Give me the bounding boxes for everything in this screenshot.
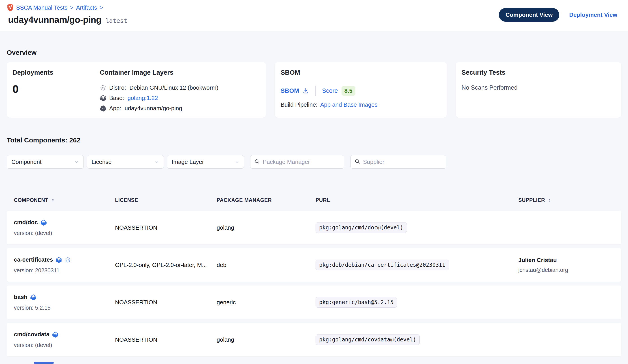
sbom-download-link[interactable]: SBOM bbox=[281, 87, 299, 94]
table-row[interactable]: ca-certificates version: 20230311 GPL-2.… bbox=[7, 248, 621, 282]
table-row[interactable]: cmd/doc version: (devel) NOASSERTION gol… bbox=[7, 211, 621, 244]
build-pipeline-link[interactable]: App and Base Images bbox=[320, 101, 378, 108]
overview-section-title: Overview bbox=[7, 49, 621, 56]
chevron-down-icon bbox=[74, 159, 79, 165]
license-cell: GPL-2.0-only, GPL-2.0-or-later, M... bbox=[115, 262, 217, 269]
column-header-license: LICENSE bbox=[115, 197, 217, 203]
ssca-shield-logo-icon bbox=[7, 3, 14, 12]
sbom-score-label: Score bbox=[322, 87, 338, 94]
component-filter-dropdown[interactable]: Component bbox=[7, 155, 84, 169]
layers-base-icon bbox=[100, 95, 106, 101]
component-cell: ca-certificates version: 20230311 bbox=[14, 256, 115, 274]
breadcrumb-separator: > bbox=[99, 4, 104, 11]
column-header-purl: PURL bbox=[315, 197, 518, 203]
deployments-and-layers-card: Deployments 0 Container Image Layers Dis… bbox=[7, 62, 266, 118]
page-header: SSCA Manual Tests > Artifacts > uday4vun… bbox=[0, 0, 628, 31]
layer-label-distro: Distro: bbox=[109, 84, 126, 91]
column-header-package-manager: PACKAGE MANAGER bbox=[217, 197, 315, 203]
table-row[interactable]: cmd/covdata version: (devel) NOASSERTION… bbox=[7, 323, 621, 356]
build-pipeline-label: Build Pipeline: bbox=[281, 101, 317, 108]
purl-cell: pkg:golang/cmd/covdata@(devel) bbox=[315, 334, 518, 345]
deployment-view-button[interactable]: Deployment View bbox=[569, 11, 617, 18]
sbom-score-badge: 8.5 bbox=[341, 86, 355, 96]
purl-chip[interactable]: pkg:deb/debian/ca-certificates@20230311 bbox=[315, 260, 449, 270]
column-header-component[interactable]: COMPONENT bbox=[14, 197, 115, 203]
dropdown-value: Component bbox=[11, 159, 41, 166]
component-cell: cmd/covdata version: (devel) bbox=[14, 331, 115, 348]
supplier-cell: Julien Cristau jcristau@debian.org bbox=[518, 257, 621, 273]
filters-bar: Component License Image Layer bbox=[7, 155, 621, 169]
column-header-supplier[interactable]: SUPPLIER bbox=[518, 197, 621, 203]
horizontal-scrollbar-thumb[interactable] bbox=[34, 362, 54, 364]
image-layer-filter-dropdown[interactable]: Image Layer bbox=[167, 155, 244, 169]
sbom-card: SBOM SBOM Score 8.5 Build Pipeline: App … bbox=[275, 62, 447, 118]
component-version: version: 20230311 bbox=[14, 267, 115, 274]
supplier-name: Julien Cristau bbox=[518, 257, 621, 264]
chevron-down-icon bbox=[154, 159, 159, 165]
license-cell: NOASSERTION bbox=[115, 299, 217, 306]
supplier-search[interactable] bbox=[350, 155, 446, 169]
purl-chip[interactable]: pkg:generic/bash@5.2.15 bbox=[315, 297, 397, 308]
layers-app-icon bbox=[100, 105, 106, 112]
component-name: cmd/doc bbox=[14, 219, 38, 226]
component-cell: bash version: 5.2.15 bbox=[14, 294, 115, 311]
security-tests-status: No Scans Performed bbox=[462, 84, 616, 91]
purl-cell: pkg:deb/debian/ca-certificates@20230311 bbox=[315, 260, 518, 270]
sort-icon[interactable] bbox=[547, 198, 552, 203]
component-version: version: (devel) bbox=[14, 342, 115, 348]
breadcrumb-link-artifacts[interactable]: Artifacts bbox=[76, 4, 97, 11]
license-cell: NOASSERTION bbox=[115, 336, 217, 343]
component-name: cmd/covdata bbox=[14, 331, 49, 338]
purl-cell: pkg:golang/cmd/doc@(devel) bbox=[315, 222, 518, 233]
package-manager-cell: golang bbox=[217, 336, 315, 343]
component-version: version: 5.2.15 bbox=[14, 304, 115, 311]
main-content: Overview Deployments 0 Container Image L… bbox=[0, 49, 628, 356]
components-table: cmd/doc version: (devel) NOASSERTION gol… bbox=[7, 211, 621, 356]
chevron-down-icon bbox=[234, 159, 240, 165]
dropdown-value: Image Layer bbox=[172, 159, 204, 166]
layer-label-base: Base: bbox=[109, 95, 124, 101]
package-manager-cell: golang bbox=[217, 224, 315, 231]
package-manager-cell: deb bbox=[217, 262, 315, 269]
license-cell: NOASSERTION bbox=[115, 224, 217, 231]
package-manager-cell: generic bbox=[217, 299, 315, 306]
layer-row-app: App: uday4vunnam/go-ping bbox=[100, 103, 260, 113]
component-view-button[interactable]: Component View bbox=[499, 8, 559, 22]
package-manager-search[interactable] bbox=[250, 155, 344, 169]
breadcrumb-separator: > bbox=[70, 4, 74, 11]
supplier-email: jcristau@debian.org bbox=[518, 267, 621, 273]
table-row[interactable]: bash version: 5.2.15 NOASSERTION generic… bbox=[7, 286, 621, 319]
purl-chip[interactable]: pkg:golang/cmd/doc@(devel) bbox=[315, 222, 407, 233]
total-components-title: Total Components: 262 bbox=[7, 136, 621, 144]
layer-row-distro: Distro: Debian GNU/Linux 12 (bookworm) bbox=[100, 82, 260, 93]
security-tests-card: Security Tests No Scans Performed bbox=[456, 62, 621, 118]
security-tests-title: Security Tests bbox=[462, 69, 616, 76]
component-cell: cmd/doc version: (devel) bbox=[14, 219, 115, 236]
layer-value-app: uday4vunnam/go-ping bbox=[125, 105, 182, 112]
layers-filled-icon bbox=[56, 257, 62, 263]
component-version: version: (devel) bbox=[14, 230, 115, 236]
layer-value-distro: Debian GNU/Linux 12 (bookworm) bbox=[129, 84, 218, 91]
search-icon bbox=[354, 159, 360, 166]
artifact-tag-badge: latest bbox=[105, 17, 127, 24]
divider bbox=[315, 86, 316, 96]
sort-icon[interactable] bbox=[51, 198, 55, 203]
table-header: COMPONENT LICENSE PACKAGE MANAGER PURL S… bbox=[7, 197, 621, 203]
purl-chip[interactable]: pkg:golang/cmd/covdata@(devel) bbox=[315, 334, 420, 345]
layer-row-base: Base: golang:1.22 bbox=[100, 93, 260, 103]
layers-filled-icon bbox=[41, 219, 47, 226]
layers-filled-icon bbox=[52, 331, 58, 338]
download-icon[interactable] bbox=[302, 87, 309, 94]
package-manager-search-input[interactable] bbox=[263, 159, 341, 166]
deployments-count: 0 bbox=[12, 83, 100, 95]
supplier-search-input[interactable] bbox=[363, 159, 443, 166]
dropdown-value: License bbox=[91, 159, 112, 166]
layers-distro-icon bbox=[100, 84, 106, 91]
base-image-link[interactable]: golang:1.22 bbox=[128, 95, 158, 101]
license-filter-dropdown[interactable]: License bbox=[87, 155, 164, 169]
breadcrumb-link-project[interactable]: SSCA Manual Tests bbox=[16, 4, 67, 11]
layers-filled-icon bbox=[30, 294, 36, 300]
component-name: bash bbox=[14, 294, 27, 301]
container-image-layers-label: Container Image Layers bbox=[100, 69, 260, 76]
component-name: ca-certificates bbox=[14, 256, 53, 263]
